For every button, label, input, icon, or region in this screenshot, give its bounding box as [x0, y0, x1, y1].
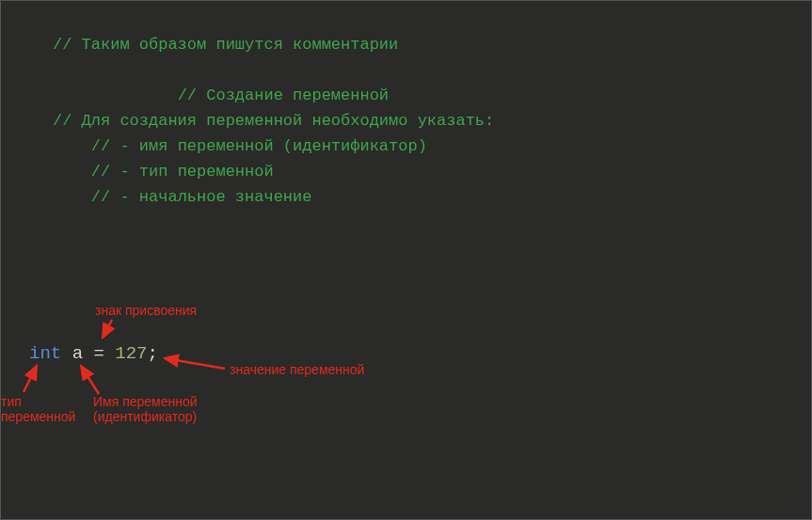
label-name: Имя переменной(идентификатор): [93, 394, 198, 424]
comment-line: // Таким образом пишутся комментарии: [53, 36, 398, 54]
arrow-to-assign: [103, 320, 112, 338]
semicolon: ;: [147, 343, 157, 364]
variable-name: a: [72, 343, 83, 364]
comment-line: // Создание переменной: [53, 87, 389, 104]
literal-value: 127: [115, 343, 147, 364]
arrow-to-value: [165, 358, 225, 369]
comment-line: // - имя переменной (идентификатор): [53, 137, 427, 155]
type-keyword: int: [29, 343, 61, 364]
arrow-to-type: [24, 366, 37, 392]
comment-line: // Для создания переменной необходимо ук…: [53, 112, 494, 130]
assign-operator: =: [93, 343, 103, 364]
label-assign: знак присвоения: [95, 303, 197, 318]
label-value: значение переменной: [230, 362, 364, 377]
arrow-to-name: [81, 366, 99, 394]
code-block: // Таким образом пишутся комментарии // …: [1, 1, 811, 235]
declaration-line: int a = 127;: [29, 343, 158, 364]
code-editor: // Таким образом пишутся комментарии // …: [0, 0, 812, 520]
comment-line: // - начальное значение: [53, 188, 311, 206]
comment-line: // - тип переменной: [53, 163, 274, 181]
label-type: типпеременной: [1, 394, 75, 424]
